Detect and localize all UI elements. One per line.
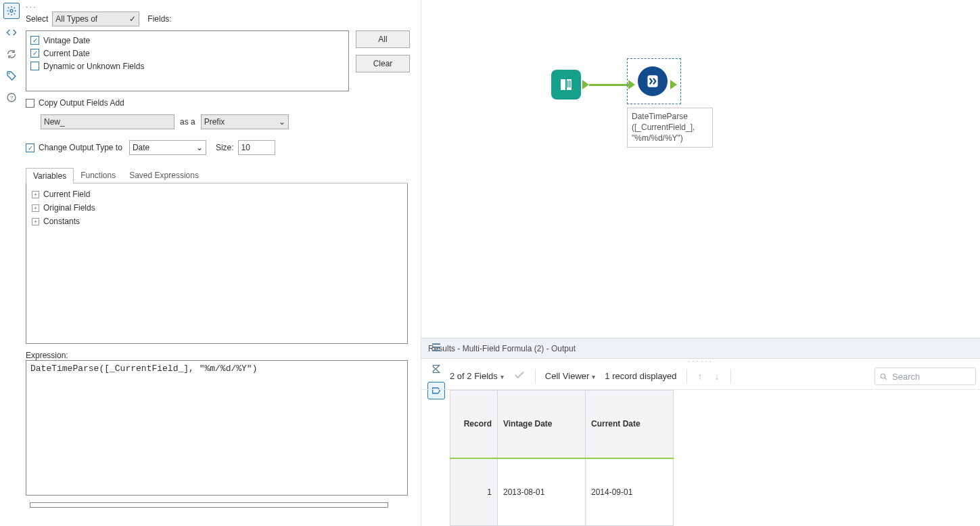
clear-button[interactable]: Clear bbox=[356, 55, 410, 72]
results-toolbar: 2 of 2 Fields Cell Viewer 1 record displ… bbox=[421, 363, 980, 390]
svg-rect-4 bbox=[567, 81, 569, 87]
cell-vintage-date: 2013-08-01 bbox=[498, 458, 586, 526]
right-side: DateTimeParse ([_CurrentField_], "%m/%d/… bbox=[421, 0, 980, 526]
tag-icon[interactable] bbox=[3, 68, 20, 84]
select-fields-row: Select All Types of ✓ Fields: bbox=[26, 12, 415, 26]
results-body: Record Vintage Date Current Date 1 2013-… bbox=[421, 390, 980, 526]
cell-record-index: 1 bbox=[450, 458, 498, 526]
tab-functions[interactable]: Functions bbox=[74, 168, 122, 183]
cell-viewer-dropdown[interactable]: Cell Viewer bbox=[545, 371, 596, 381]
checkbox-checked-icon[interactable]: ✓ bbox=[30, 36, 39, 45]
variables-tree[interactable]: + Current Field + Original Fields + Cons… bbox=[26, 183, 408, 344]
tab-saved-expressions[interactable]: Saved Expressions bbox=[122, 168, 206, 183]
field-dynamic-unknown[interactable]: ✓ Dynamic or Unknown Fields bbox=[30, 60, 344, 72]
copy-output-label: Copy Output Fields Add bbox=[39, 98, 124, 108]
field-current-date[interactable]: ✓ Current Date bbox=[30, 47, 344, 60]
output-type-dropdown[interactable]: Date ⌄ bbox=[129, 140, 206, 155]
config-icon-rail: ? bbox=[0, 0, 23, 526]
prefix-suffix-dropdown[interactable]: Prefix ⌄ bbox=[201, 114, 289, 129]
canvas-node-input[interactable] bbox=[551, 70, 581, 100]
results-list-icon[interactable] bbox=[427, 338, 445, 356]
arrow-up-icon[interactable]: ↑ bbox=[697, 371, 704, 382]
output-anchor-icon[interactable] bbox=[582, 80, 589, 89]
size-input[interactable]: 10 bbox=[238, 140, 275, 155]
size-label: Size: bbox=[216, 143, 234, 152]
canvas-node-multifield-formula[interactable] bbox=[638, 66, 668, 96]
fields-and-buttons-row: ✓ Vintage Date ✓ Current Date ✓ Dynamic … bbox=[26, 26, 415, 91]
chevron-down-icon: ⌄ bbox=[196, 143, 203, 152]
checkmark-icon[interactable] bbox=[513, 369, 526, 383]
svg-point-0 bbox=[10, 9, 13, 12]
table-header-row: Record Vintage Date Current Date bbox=[450, 391, 674, 458]
tab-variables[interactable]: Variables bbox=[26, 168, 74, 183]
app-root: ? ··· Select All Types of ✓ Fields: ✓ Vi… bbox=[0, 0, 980, 526]
chevron-down-icon bbox=[500, 371, 504, 381]
change-output-label: Change Output Type to bbox=[39, 143, 122, 152]
canvas-connector[interactable] bbox=[589, 84, 632, 86]
copy-output-checkbox[interactable]: ✓ bbox=[26, 99, 34, 108]
gear-icon[interactable] bbox=[3, 3, 20, 19]
fields-label: Fields: bbox=[147, 14, 171, 24]
select-all-button[interactable]: All bbox=[356, 30, 410, 48]
toolbar-separator bbox=[535, 369, 536, 384]
col-vintage-date[interactable]: Vintage Date bbox=[498, 391, 586, 458]
field-button-column: All Clear bbox=[356, 30, 410, 72]
canvas-node-annotation[interactable]: DateTimeParse ([_CurrentField_], "%m/%d/… bbox=[627, 108, 713, 148]
expression-label: Expression: bbox=[26, 351, 415, 360]
arrow-down-icon[interactable]: ↓ bbox=[714, 371, 721, 382]
config-panel: ··· Select All Types of ✓ Fields: ✓ Vint… bbox=[23, 0, 421, 526]
workflow-canvas[interactable]: DateTimeParse ([_CurrentField_], "%m/%d/… bbox=[421, 0, 980, 338]
prefix-row: New_ as a Prefix ⌄ bbox=[41, 114, 415, 129]
tree-node-current-field[interactable]: + Current Field bbox=[32, 188, 402, 201]
select-types-value: All Types of bbox=[55, 14, 97, 24]
results-title-text: Results - Multi-Field Formula (2) - Outp… bbox=[428, 344, 576, 353]
chevron-down-icon bbox=[592, 371, 595, 381]
cell-current-date: 2014-09-01 bbox=[586, 458, 674, 526]
svg-point-1 bbox=[9, 73, 10, 74]
toolbar-separator bbox=[730, 369, 731, 384]
output-anchor-icon[interactable] bbox=[670, 80, 677, 89]
field-vintage-date[interactable]: ✓ Vintage Date bbox=[30, 34, 344, 47]
chevron-down-icon: ⌄ bbox=[279, 117, 285, 127]
select-types-dropdown[interactable]: All Types of ✓ bbox=[52, 12, 139, 26]
records-summary: 1 record displayed bbox=[605, 371, 676, 381]
tree-node-constants[interactable]: + Constants bbox=[32, 215, 402, 228]
change-output-checkbox[interactable]: ✓ bbox=[26, 144, 34, 152]
expression-tabs: Variables Functions Saved Expressions bbox=[26, 167, 408, 183]
expand-icon[interactable]: + bbox=[32, 191, 39, 198]
change-output-row: ✓ Change Output Type to Date ⌄ Size: 10 bbox=[26, 140, 415, 155]
help-icon[interactable]: ? bbox=[3, 89, 20, 106]
results-search-input[interactable]: Search bbox=[874, 368, 976, 385]
search-placeholder: Search bbox=[892, 372, 920, 382]
panel-drag-dots: ··· bbox=[26, 1, 415, 12]
checkbox-checked-icon[interactable]: ✓ bbox=[30, 49, 39, 58]
field-dynamic-label: Dynamic or Unknown Fields bbox=[43, 62, 144, 71]
field-current-date-label: Current Date bbox=[43, 49, 90, 58]
copy-output-row: ✓ Copy Output Fields Add bbox=[26, 98, 415, 108]
tree-node-original-fields[interactable]: + Original Fields bbox=[32, 201, 402, 215]
results-panel: Results - Multi-Field Formula (2) - Outp… bbox=[421, 338, 980, 526]
results-table[interactable]: Record Vintage Date Current Date 1 2013-… bbox=[450, 390, 674, 526]
expand-icon[interactable]: + bbox=[32, 218, 39, 225]
formula-tool-icon bbox=[644, 72, 661, 90]
input-anchor-icon[interactable] bbox=[628, 80, 635, 89]
checkbox-unchecked-icon[interactable]: ✓ bbox=[30, 62, 39, 70]
fields-summary[interactable]: 2 of 2 Fields bbox=[450, 371, 504, 381]
expression-editor[interactable]: DateTimeParse([_CurrentField_], "%m/%d/%… bbox=[26, 360, 408, 496]
as-a-label: as a bbox=[180, 117, 195, 127]
bottom-panel-edge bbox=[30, 502, 388, 508]
table-row[interactable]: 1 2013-08-01 2014-09-01 bbox=[450, 458, 674, 526]
svg-text:?: ? bbox=[10, 95, 14, 101]
svg-point-7 bbox=[881, 374, 885, 378]
expand-icon[interactable]: + bbox=[32, 204, 39, 212]
col-record[interactable]: Record bbox=[450, 391, 498, 458]
chevron-down-icon: ✓ bbox=[129, 14, 136, 24]
field-vintage-date-label: Vintage Date bbox=[43, 36, 90, 45]
book-icon bbox=[558, 76, 574, 93]
svg-rect-5 bbox=[569, 81, 571, 87]
code-icon[interactable] bbox=[3, 24, 20, 41]
new-prefix-input[interactable]: New_ bbox=[41, 114, 174, 129]
field-checklist[interactable]: ✓ Vintage Date ✓ Current Date ✓ Dynamic … bbox=[26, 30, 349, 91]
col-current-date[interactable]: Current Date bbox=[586, 391, 674, 458]
refresh-icon[interactable] bbox=[3, 46, 20, 62]
